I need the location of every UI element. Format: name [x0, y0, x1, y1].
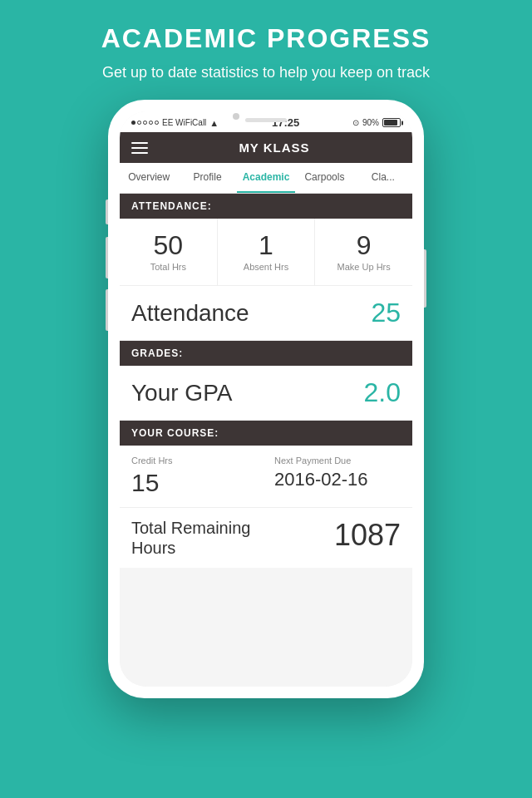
tab-class[interactable]: Cla...	[354, 163, 412, 193]
app-title: MY KLASS	[148, 140, 401, 155]
next-payment-label: Next Payment Due	[274, 456, 401, 466]
hamburger-line1	[131, 142, 148, 144]
battery-percent: 90%	[362, 118, 379, 127]
page-title: ACADEMIC PROGRESS	[101, 23, 431, 54]
battery-icon: ⊙	[352, 118, 359, 127]
dot4	[149, 121, 153, 125]
page-subtitle: Get up to date statistics to help you ke…	[101, 62, 431, 83]
course-section-header: YOUR COURSE:	[120, 421, 412, 446]
dot5	[155, 121, 159, 125]
next-payment-value: 2016-02-16	[274, 469, 401, 490]
hamburger-line3	[131, 152, 148, 154]
wifi-icon: ▲	[209, 118, 219, 128]
stat-total-hrs-label: Total Hrs	[126, 262, 210, 272]
gpa-row: Your GPA 2.0	[120, 366, 412, 421]
course-row: Credit Hrs 15 Next Payment Due 2016-02-1…	[120, 446, 412, 508]
attendance-score-value: 25	[371, 298, 401, 328]
phone-button-vol-down	[106, 289, 108, 331]
stat-makeup-hrs-label: Make Up Hrs	[322, 262, 406, 272]
hamburger-line2	[131, 147, 148, 149]
attendance-score-row: Attendance 25	[120, 286, 412, 341]
tab-profile[interactable]: Profile	[178, 163, 236, 193]
stat-total-hrs-value: 50	[126, 232, 210, 259]
grades-section-header: GRADES:	[120, 341, 412, 366]
stat-absent-hrs: 1 Absent Hrs	[218, 219, 316, 285]
tab-overview[interactable]: Overview	[120, 163, 178, 193]
phone-speaker	[245, 118, 287, 122]
attendance-section-header: ATTENDANCE:	[120, 194, 412, 219]
stat-absent-hrs-label: Absent Hrs	[224, 262, 308, 272]
battery-fill	[384, 120, 397, 126]
page-header: ACADEMIC PROGRESS Get up to date statist…	[68, 0, 465, 100]
total-remaining-value: 1087	[334, 518, 401, 553]
content-area: ATTENDANCE: 50 Total Hrs 1 Absent Hrs 9 …	[120, 194, 412, 687]
phone-button-mute	[106, 200, 108, 224]
stat-absent-hrs-value: 1	[224, 232, 308, 259]
dot3	[143, 121, 147, 125]
attendance-score-label: Attendance	[131, 300, 249, 327]
dot1	[131, 121, 135, 125]
phone-button-vol-up	[106, 237, 108, 278]
status-battery: ⊙ 90%	[352, 118, 401, 127]
total-remaining-label: Total RemainingHours	[131, 518, 250, 558]
gpa-label: Your GPA	[131, 380, 232, 406]
stat-makeup-hrs: 9 Make Up Hrs	[315, 219, 412, 285]
course-col-payment: Next Payment Due 2016-02-16	[274, 456, 401, 497]
tabs-bar: Overview Profile Academic Carpools Cla..…	[120, 163, 412, 194]
phone-screen: EE WiFiCall ▲ 17:25 ⊙ 90%	[120, 111, 412, 687]
battery-bar	[382, 118, 401, 127]
attendance-stats-row: 50 Total Hrs 1 Absent Hrs 9 Make Up Hrs	[120, 219, 412, 286]
course-col-credit: Credit Hrs 15	[131, 456, 258, 497]
course-cols: Credit Hrs 15 Next Payment Due 2016-02-1…	[131, 456, 401, 497]
signal-dots	[131, 121, 159, 125]
app-navbar: MY KLASS	[120, 132, 412, 163]
credit-hrs-label: Credit Hrs	[131, 456, 258, 466]
total-remaining-row: Total RemainingHours 1087	[120, 508, 412, 568]
phone-button-power	[424, 249, 426, 308]
status-carrier: EE WiFiCall ▲	[131, 118, 219, 128]
stat-makeup-hrs-value: 9	[322, 232, 406, 259]
tab-academic[interactable]: Academic	[237, 163, 295, 193]
dot2	[137, 121, 141, 125]
hamburger-menu[interactable]	[131, 142, 148, 154]
gpa-value: 2.0	[364, 377, 401, 408]
credit-hrs-value: 15	[131, 469, 258, 497]
stat-total-hrs: 50 Total Hrs	[120, 219, 218, 285]
tab-carpools[interactable]: Carpools	[295, 163, 353, 193]
phone-frame: EE WiFiCall ▲ 17:25 ⊙ 90%	[108, 100, 424, 698]
carrier-text: EE WiFiCall	[162, 118, 206, 127]
